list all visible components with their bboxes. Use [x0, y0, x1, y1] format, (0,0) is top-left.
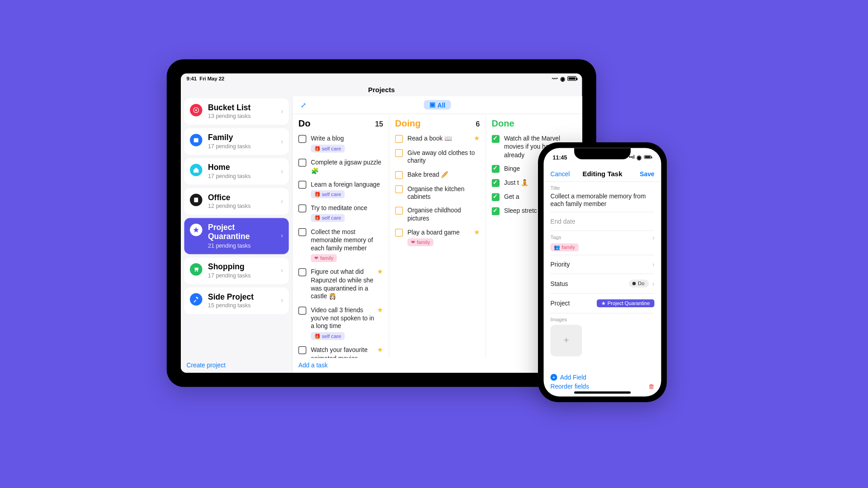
sidebar-project-item[interactable]: Side Project15 pending tasks› [184, 287, 289, 314]
task-tag: ❤ family [311, 254, 337, 263]
project-icon [190, 224, 203, 236]
project-icon [190, 164, 203, 177]
signal-icon: ••ıl [629, 155, 635, 160]
iphone-time: 11:45 [553, 154, 567, 160]
star-icon: ★ [474, 135, 480, 143]
col-title-doing: Doing [395, 119, 421, 129]
save-button[interactable]: Save [640, 170, 654, 177]
sidebar-project-item[interactable]: Shopping17 pending tasks› [184, 257, 289, 284]
task-row[interactable]: Watch your favourite animated movies★❤ f… [298, 346, 383, 358]
task-row[interactable]: Learn a foreign language🎁 self care [298, 180, 383, 198]
checkbox[interactable] [492, 207, 500, 216]
field-title[interactable]: Title Collect a memorable memory from ea… [551, 182, 655, 212]
task-row[interactable]: Write a blog🎁 self care [298, 135, 383, 153]
checkbox[interactable] [298, 181, 307, 189]
sidebar-project-item[interactable]: Home17 pending tasks› [184, 158, 289, 185]
checkbox[interactable] [298, 159, 307, 167]
board-toolbar: ⤢ ▣All [293, 96, 582, 114]
checkbox[interactable] [395, 229, 403, 237]
title-label: Title [551, 185, 655, 191]
sidebar-project-item[interactable]: Office12 pending tasks› [184, 188, 289, 215]
task-row[interactable]: Read a book 📖★ [395, 135, 480, 143]
checkbox[interactable] [492, 193, 500, 201]
ipad-screen: 9:41 Fri May 22 〰◉ Projects Bucket List1… [181, 74, 582, 373]
task-tag: 🎁 self care [311, 190, 344, 198]
plus-circle-icon: + [551, 374, 557, 381]
filter-all-pill[interactable]: ▣All [424, 100, 451, 109]
checkbox[interactable] [395, 171, 403, 179]
field-project[interactable]: Project ★Project Quarantine [551, 293, 655, 313]
tag-family[interactable]: 👥family [551, 243, 579, 251]
nav-title: Editing Task [582, 170, 622, 178]
add-image-button[interactable]: + [551, 324, 582, 356]
task-text: Organise childhood pictures [407, 206, 480, 222]
checkbox[interactable] [492, 179, 500, 187]
checkbox[interactable] [298, 347, 307, 355]
task-text: Read a book 📖 [407, 135, 471, 143]
create-project-link[interactable]: Create project [181, 357, 292, 373]
sidebar-project-item[interactable]: Family17 pending tasks› [184, 128, 289, 155]
project-pending: 17 pending tasks [208, 272, 275, 278]
svg-rect-2 [194, 138, 198, 142]
task-row[interactable]: Organise the kitchen cabinets [395, 184, 480, 201]
star-icon: ★ [474, 228, 480, 236]
project-pill: ★Project Quarantine [597, 299, 655, 307]
cancel-button[interactable]: Cancel [551, 170, 570, 177]
checkbox[interactable] [298, 135, 307, 143]
trash-icon[interactable]: 🗑 [648, 383, 655, 390]
star-icon: ★ [377, 346, 383, 354]
project-icon [190, 263, 203, 276]
ipad-status-bar: 9:41 Fri May 22 〰◉ [181, 74, 582, 84]
chevron-right-icon: › [652, 234, 655, 241]
field-status[interactable]: Status Do› [551, 274, 655, 294]
field-priority[interactable]: Priority› [551, 255, 655, 273]
expand-icon[interactable]: ⤢ [301, 101, 307, 109]
chevron-right-icon: › [281, 296, 283, 304]
svg-point-1 [195, 109, 197, 111]
task-row[interactable]: Complete a jigsaw puzzle 🧩 [298, 158, 383, 174]
checkbox[interactable] [492, 165, 500, 173]
chevron-right-icon: › [281, 231, 283, 239]
checkbox[interactable] [298, 229, 307, 237]
reorder-fields-button[interactable]: Reorder fields [551, 383, 655, 390]
checkbox[interactable] [395, 207, 403, 215]
checkbox[interactable] [492, 135, 500, 143]
task-row[interactable]: Give away old clothes to charity [395, 149, 480, 165]
project-name: Side Project [208, 292, 275, 301]
people-icon: 👥 [554, 244, 560, 250]
checkbox[interactable] [395, 149, 403, 157]
task-row[interactable]: Bake bread 🥖 [395, 170, 480, 179]
checkbox[interactable] [395, 185, 403, 193]
checkbox[interactable] [298, 205, 307, 213]
checkbox[interactable] [298, 306, 307, 314]
sidebar-project-item[interactable]: Bucket List13 pending tasks› [184, 99, 289, 125]
chevron-right-icon: › [281, 107, 283, 115]
add-field-button[interactable]: +Add Field [551, 374, 655, 381]
field-tags[interactable]: Tags› 👥family [551, 231, 655, 255]
project-name: Home [208, 163, 275, 172]
task-text: Learn a foreign language [311, 180, 383, 188]
task-row[interactable]: Video call 3 friends you've not spoken t… [298, 306, 383, 340]
task-row[interactable]: Collect the most memorable memory of eac… [298, 228, 383, 262]
task-text: Try to meditate once [311, 204, 383, 212]
task-row[interactable]: Try to meditate once🎁 self care [298, 204, 383, 222]
sidebar-project-item[interactable]: Project Quarantine21 pending tasks› [184, 218, 289, 254]
task-row[interactable]: Play a board game★❤ family [395, 228, 480, 246]
task-row[interactable]: Figure out what did Rapunzel do while sh… [298, 268, 383, 300]
iphone-device: 11:45 ••ıl◉ Cancel Editing Task Save Tit… [538, 142, 667, 402]
star-icon: ★ [377, 268, 383, 276]
project-name: Shopping [208, 262, 275, 271]
task-row[interactable]: Organise childhood pictures [395, 206, 480, 222]
home-indicator [574, 391, 631, 394]
field-images: Images + [551, 313, 655, 360]
task-tag: 🎁 self care [311, 214, 344, 222]
project-pending: 12 pending tasks [208, 203, 275, 209]
task-text: Write a blog [311, 135, 383, 143]
checkbox[interactable] [395, 135, 403, 143]
project-name: Office [208, 193, 275, 202]
battery-icon [644, 155, 651, 159]
task-text: Give away old clothes to charity [407, 149, 480, 165]
checkbox[interactable] [298, 268, 307, 277]
field-end-date[interactable]: End date [551, 212, 655, 230]
chevron-right-icon: › [281, 137, 283, 145]
